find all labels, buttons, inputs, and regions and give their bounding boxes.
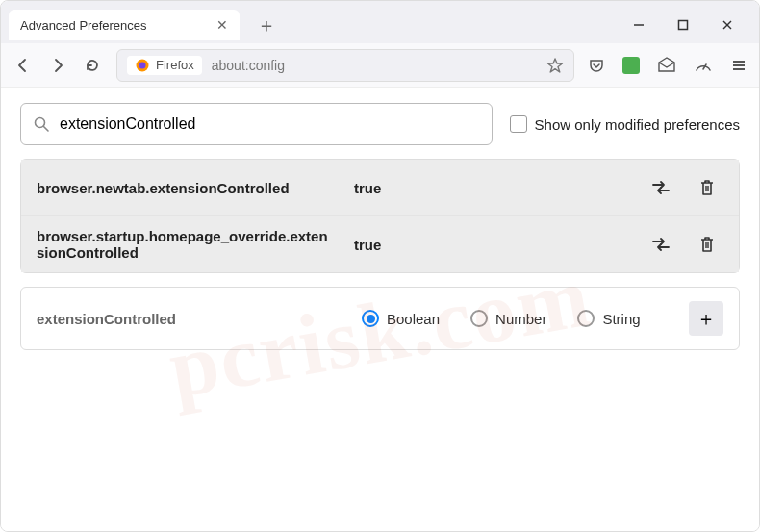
type-options: Boolean Number String	[362, 310, 641, 327]
tab-bar: Advanced Preferences ✕ ＋	[1, 1, 759, 43]
close-tab-icon[interactable]: ✕	[216, 17, 228, 33]
toggle-button[interactable]	[645, 228, 677, 261]
pref-row: browser.newtab.extensionControlled true	[21, 160, 739, 216]
type-label: Number	[495, 311, 546, 327]
reload-button[interactable]	[82, 55, 103, 76]
search-icon	[33, 115, 50, 133]
add-pref-button[interactable]: ＋	[689, 301, 723, 336]
active-tab[interactable]: Advanced Preferences ✕	[9, 10, 240, 40]
menu-button[interactable]	[730, 57, 747, 74]
pref-name: browser.startup.homepage_override.extens…	[37, 228, 335, 261]
close-window-button[interactable]	[719, 16, 736, 34]
type-label: Boolean	[387, 311, 440, 327]
forward-button[interactable]	[47, 55, 68, 76]
svg-line-11	[44, 127, 49, 132]
pocket-icon[interactable]	[588, 57, 605, 74]
new-pref-row: extensionControlled Boolean Number Strin…	[20, 287, 740, 350]
url-bar[interactable]: Firefox about:config	[116, 49, 574, 82]
radio-icon	[362, 310, 379, 327]
mail-icon[interactable]	[657, 57, 676, 74]
delete-button[interactable]	[691, 171, 723, 204]
product-label: Firefox	[156, 58, 194, 72]
new-pref-name: extensionControlled	[37, 311, 335, 327]
tab-title: Advanced Preferences	[20, 18, 147, 33]
toggle-button[interactable]	[645, 171, 677, 204]
show-modified-label: Show only modified preferences	[535, 116, 740, 133]
firefox-pill: Firefox	[127, 56, 202, 75]
toolbar: Firefox about:config	[1, 43, 759, 88]
back-button[interactable]	[13, 55, 34, 76]
results-list: browser.newtab.extensionControlled true …	[20, 159, 740, 273]
bookmark-star-icon[interactable]	[546, 57, 564, 74]
search-box[interactable]	[20, 103, 493, 145]
type-number[interactable]: Number	[470, 310, 546, 327]
pref-value: true	[354, 180, 625, 196]
row-actions	[645, 228, 723, 261]
minimize-button[interactable]	[630, 16, 647, 34]
new-tab-button[interactable]: ＋	[251, 13, 282, 38]
maximize-button[interactable]	[674, 16, 692, 34]
url-text: about:config	[212, 58, 285, 73]
type-label: String	[602, 311, 640, 327]
content-area: Show only modified preferences browser.n…	[1, 88, 759, 531]
search-row: Show only modified preferences	[20, 103, 740, 145]
svg-point-5	[139, 62, 146, 68]
show-modified-toggle[interactable]: Show only modified preferences	[510, 115, 740, 133]
speed-icon[interactable]	[694, 57, 713, 74]
row-actions	[645, 171, 723, 204]
radio-icon	[470, 310, 488, 327]
window-controls	[630, 16, 751, 34]
pref-name: browser.newtab.extensionControlled	[37, 180, 335, 196]
delete-button[interactable]	[691, 228, 723, 261]
toolbar-right-icons	[588, 57, 747, 74]
pref-value: true	[354, 237, 625, 253]
radio-icon	[577, 310, 595, 327]
pref-row: browser.startup.homepage_override.extens…	[21, 216, 739, 272]
type-string[interactable]: String	[577, 310, 640, 327]
search-input[interactable]	[60, 115, 480, 133]
svg-rect-1	[679, 21, 688, 30]
firefox-icon	[135, 58, 150, 73]
extension-icon[interactable]	[622, 57, 640, 74]
checkbox-icon	[510, 115, 527, 133]
browser-window: Advanced Preferences ✕ ＋	[0, 0, 760, 532]
type-boolean[interactable]: Boolean	[362, 310, 440, 327]
